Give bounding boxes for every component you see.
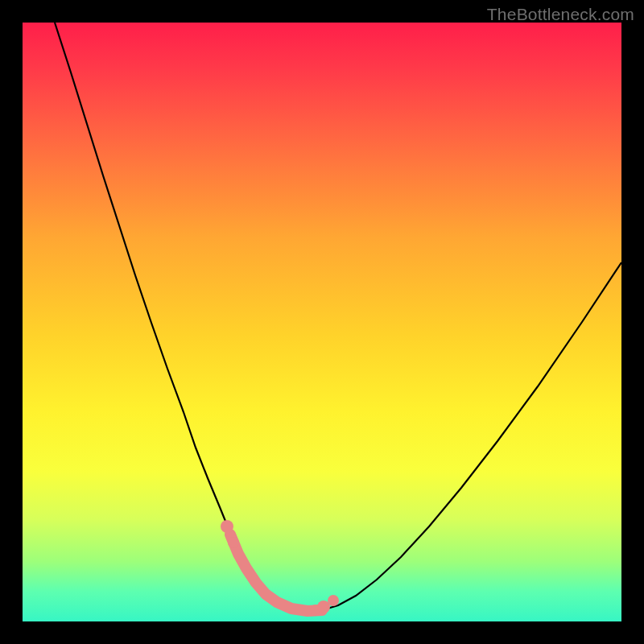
chart-svg (23, 23, 621, 621)
marker-dot (328, 595, 339, 606)
marker-dot (228, 537, 239, 548)
watermark-text: TheBottleneck.com (487, 5, 634, 24)
bottleneck-curve (55, 23, 621, 611)
marker-dot (221, 520, 233, 533)
chart-plot-area (23, 23, 621, 621)
optimal-range-marker (230, 535, 322, 611)
